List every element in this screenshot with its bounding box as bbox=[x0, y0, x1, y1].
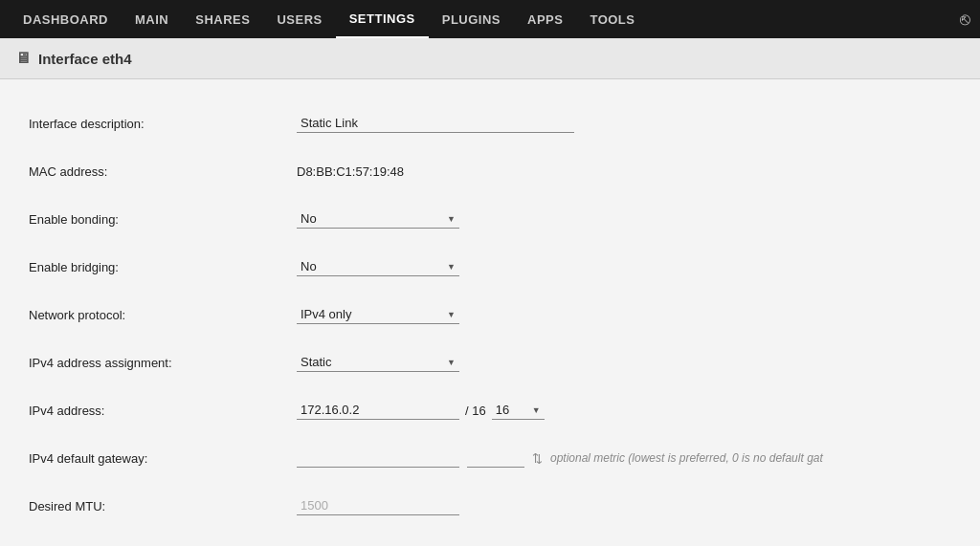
interface-description-control bbox=[297, 114, 574, 133]
main-content: Interface description: MAC address: D8:B… bbox=[0, 79, 980, 546]
interface-description-row: Interface description: bbox=[29, 108, 951, 139]
nav-item-settings[interactable]: SETTINGS bbox=[336, 0, 429, 38]
logout-icon[interactable]: ⎋ bbox=[960, 10, 970, 30]
ipv4-gateway-label: IPv4 default gateway: bbox=[29, 451, 297, 466]
enable-bridging-select[interactable]: No Yes bbox=[297, 257, 459, 276]
desired-mtu-control bbox=[297, 496, 459, 515]
mac-address-text: D8:BB:C1:57:19:48 bbox=[297, 164, 404, 179]
ipv4-assignment-row: IPv4 address assignment: Static DHCP Non… bbox=[29, 347, 951, 378]
ipv4-address-label: IPv4 address: bbox=[29, 404, 297, 418]
navbar: DASHBOARD MAIN SHARES USERS SETTINGS PLU… bbox=[0, 0, 980, 38]
enable-bonding-select-wrapper: No Yes bbox=[297, 209, 459, 229]
ipv4-assignment-select-wrapper: Static DHCP None bbox=[297, 353, 459, 372]
network-protocol-label: Network protocol: bbox=[29, 308, 297, 322]
enable-vlans-row: Enable VLANs: No Yes bbox=[29, 538, 951, 546]
cidr-select[interactable]: 16 8 24 32 bbox=[492, 401, 545, 420]
nav-item-dashboard[interactable]: DASHBOARD bbox=[10, 0, 122, 38]
mac-address-label: MAC address: bbox=[29, 164, 297, 179]
enable-bonding-label: Enable bonding: bbox=[29, 212, 297, 227]
network-protocol-select-wrapper: IPv4 only IPv6 only IPv4 and IPv6 bbox=[297, 305, 459, 324]
enable-bonding-select[interactable]: No Yes bbox=[297, 209, 459, 229]
nav-item-apps[interactable]: APPS bbox=[514, 0, 576, 38]
enable-bridging-label: Enable bridging: bbox=[29, 260, 297, 274]
sort-icon: ⇅ bbox=[532, 451, 543, 466]
enable-bridging-control: No Yes bbox=[297, 257, 459, 276]
ipv4-assignment-label: IPv4 address assignment: bbox=[29, 356, 297, 370]
enable-bridging-row: Enable bridging: No Yes bbox=[29, 251, 951, 282]
desired-mtu-row: Desired MTU: bbox=[29, 491, 951, 521]
ipv4-address-row: IPv4 address: / 16 16 8 24 32 bbox=[29, 395, 951, 426]
interface-description-label: Interface description: bbox=[29, 117, 297, 131]
desired-mtu-input[interactable] bbox=[297, 496, 459, 515]
nav-item-users[interactable]: USERS bbox=[263, 0, 335, 38]
network-protocol-row: Network protocol: IPv4 only IPv6 only IP… bbox=[29, 299, 951, 330]
nav-item-tools[interactable]: TOOLS bbox=[576, 0, 648, 38]
ipv4-metric-input[interactable] bbox=[467, 448, 524, 468]
network-protocol-control: IPv4 only IPv6 only IPv4 and IPv6 bbox=[297, 305, 459, 324]
ipv4-address-control: / 16 16 8 24 32 bbox=[297, 401, 545, 420]
ipv4-gateway-control: ⇅ optional metric (lowest is preferred, … bbox=[297, 448, 823, 468]
ipv4-gateway-row: IPv4 default gateway: ⇅ optional metric … bbox=[29, 443, 951, 473]
cidr-select-wrapper: 16 8 24 32 bbox=[492, 401, 545, 420]
nav-item-main[interactable]: MAIN bbox=[122, 0, 182, 38]
ipv4-address-input[interactable] bbox=[297, 401, 459, 420]
enable-bonding-control: No Yes bbox=[297, 209, 459, 229]
enable-bridging-select-wrapper: No Yes bbox=[297, 257, 459, 276]
interface-description-input[interactable] bbox=[297, 114, 574, 133]
mac-address-row: MAC address: D8:BB:C1:57:19:48 bbox=[29, 156, 951, 186]
nav-item-plugins[interactable]: PLUGINS bbox=[429, 0, 514, 38]
cidr-separator: / 16 bbox=[465, 404, 486, 418]
page-header: 🖥 Interface eth4 bbox=[0, 38, 980, 79]
mac-address-value: D8:BB:C1:57:19:48 bbox=[297, 164, 404, 179]
nav-item-shares[interactable]: SHARES bbox=[182, 0, 263, 38]
metric-note: optional metric (lowest is preferred, 0 … bbox=[550, 451, 823, 465]
ipv4-gateway-input[interactable] bbox=[297, 448, 459, 468]
enable-bonding-row: Enable bonding: No Yes bbox=[29, 204, 951, 234]
ipv4-assignment-control: Static DHCP None bbox=[297, 353, 459, 372]
desired-mtu-label: Desired MTU: bbox=[29, 499, 297, 513]
ipv4-assignment-select[interactable]: Static DHCP None bbox=[297, 353, 459, 372]
network-protocol-select[interactable]: IPv4 only IPv6 only IPv4 and IPv6 bbox=[297, 305, 459, 324]
interface-icon: 🖥 bbox=[15, 50, 31, 67]
page-title: Interface eth4 bbox=[38, 51, 132, 67]
